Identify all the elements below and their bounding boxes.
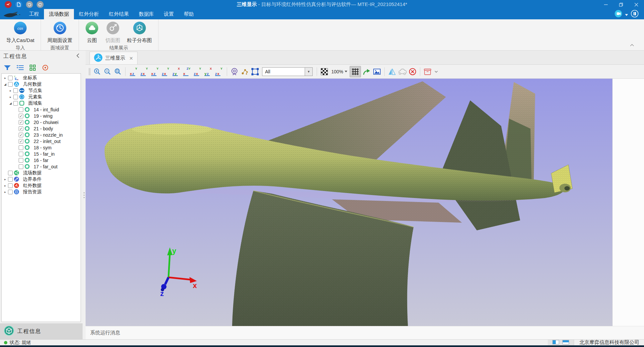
tree-checkbox[interactable]: ✓ (19, 120, 23, 125)
menu-item-2[interactable]: 红外分析 (74, 9, 104, 19)
menu-item-3[interactable]: 红外结果 (104, 9, 134, 19)
new-document-button[interactable] (15, 1, 22, 8)
tree-item-18-sym[interactable]: 18 - sym (2, 144, 81, 151)
particle-trace-button[interactable] (240, 67, 249, 77)
select-region-button[interactable] (250, 67, 260, 77)
tab-3d-view[interactable]: 三维显示 ✕ (90, 52, 138, 64)
restore-button[interactable] (613, 0, 629, 9)
tree-item-15-far_in[interactable]: 15 - far_in (2, 151, 81, 157)
tree-checkbox[interactable] (19, 164, 23, 169)
axis-view-button-3[interactable]: xzY (150, 67, 160, 77)
contour-cloud-button[interactable]: 云图 (83, 21, 101, 44)
menu-item-5[interactable]: 设置 (159, 9, 179, 19)
tree-expander-icon[interactable]: ▸ (3, 76, 7, 80)
layout-toggle-bottom-icon[interactable] (562, 340, 569, 345)
axis-view-button-9[interactable]: zxY (213, 67, 224, 77)
export-view-button[interactable] (362, 67, 371, 77)
tree-item-报告资源[interactable]: ▸报告资源 (2, 189, 81, 195)
toolbar-drag-handle[interactable] (88, 67, 92, 77)
tree-checkbox[interactable] (13, 101, 18, 106)
zoom-in-button[interactable] (93, 67, 102, 77)
tree-expander-icon[interactable]: ▸ (3, 178, 7, 181)
panel-splitter[interactable] (83, 51, 86, 339)
axis-view-button-4[interactable]: zxY (160, 67, 171, 77)
tree-checkbox[interactable] (19, 145, 23, 150)
axis-view-button-1[interactable]: xzY (128, 67, 139, 77)
tree-item-几何数据[interactable]: ◢几何数据 (2, 81, 81, 87)
tree-item-红外数据[interactable]: ▸红外数据 (2, 182, 81, 189)
axis-view-button-6[interactable]: xZY (181, 67, 192, 77)
zoom-window-button[interactable] (113, 67, 123, 77)
menu-item-0[interactable]: 工程 (24, 9, 44, 19)
tree-expander-icon[interactable]: ▸ (8, 95, 13, 99)
tree-checkbox[interactable] (8, 171, 13, 175)
target-icon[interactable] (41, 64, 49, 72)
tree-checkbox[interactable]: ✓ (19, 139, 23, 144)
tree-checkbox[interactable] (8, 183, 13, 188)
tree-item-19-wing[interactable]: ✓19 - wing (2, 113, 81, 119)
redo-button[interactable] (37, 1, 44, 8)
grid-toggle-button[interactable] (350, 66, 361, 77)
close-button[interactable] (629, 0, 644, 9)
periodic-face-button[interactable]: 周期面设置 (45, 21, 75, 44)
media-button[interactable] (614, 10, 622, 19)
app-icon[interactable] (5, 1, 12, 8)
tree-checkbox[interactable] (8, 82, 13, 87)
import-cas-dat-button[interactable]: cas 导入Cas/Dat (4, 21, 37, 44)
panel-collapse-icon[interactable] (76, 53, 79, 59)
axis-view-button-5[interactable]: zyX (171, 67, 181, 77)
tree-expander-icon[interactable]: ◢ (8, 102, 13, 105)
tree-expander-icon[interactable]: ▸ (3, 190, 7, 194)
tree-checkbox[interactable] (13, 95, 18, 99)
axis-view-button-2[interactable]: zxY (139, 67, 150, 77)
tree-item-20-chuiwei[interactable]: ✓20 - chuiwei (2, 119, 81, 125)
tree-item-21-body[interactable]: ✓21 - body (2, 125, 81, 132)
layout-toggle-left-icon[interactable] (552, 340, 559, 345)
tree-item-元素集[interactable]: ▸元素集 (2, 94, 81, 100)
help-book-button[interactable] (631, 10, 639, 19)
axis-view-button-7[interactable]: zxY (192, 67, 203, 77)
tree-checkbox[interactable] (8, 177, 13, 182)
combobox-dropdown-button[interactable]: ▼ (305, 67, 313, 76)
tree-checkbox[interactable] (19, 158, 23, 163)
tree-item-节点集[interactable]: ▸节点集 (2, 87, 81, 94)
project-panel-bottom-tab[interactable]: 工程信息 (0, 323, 83, 339)
tree-item-14-int_fluid[interactable]: 14 - int_fluid (2, 106, 81, 113)
probe-button[interactable] (230, 67, 239, 77)
tree-expander-icon[interactable]: ▸ (3, 184, 7, 187)
tree-item-边界条件[interactable]: ▸边界条件 (2, 176, 81, 182)
tree-checkbox[interactable] (8, 190, 13, 194)
transparency-icon[interactable] (320, 67, 329, 77)
tree-checkbox[interactable]: ✓ (19, 126, 23, 131)
axis-view-button-8[interactable]: yzX (203, 67, 213, 77)
minimize-button[interactable] (598, 0, 613, 9)
tree-checkbox[interactable] (13, 88, 18, 93)
tree-checkbox[interactable] (8, 76, 13, 80)
snapshot-button[interactable] (372, 67, 382, 77)
grid-view-icon[interactable] (29, 64, 37, 72)
tree-item-17-far_out[interactable]: 17 - far_out (2, 163, 81, 170)
mirror-button[interactable] (387, 67, 397, 77)
tree-checkbox[interactable] (19, 152, 23, 156)
menu-item-1[interactable]: 流场数据 (44, 9, 74, 19)
tree-expander-icon[interactable]: ◢ (3, 83, 7, 86)
particle-distribution-button[interactable]: 粒子分布图 (125, 21, 154, 44)
list-view-icon[interactable] (16, 64, 24, 72)
tree-item-面域集[interactable]: ◢面域集 (2, 100, 81, 106)
undo-button[interactable] (26, 1, 33, 8)
filter-icon[interactable] (3, 64, 11, 72)
3d-viewport[interactable]: y x z (86, 79, 612, 326)
save-view-button[interactable] (423, 67, 432, 77)
tree-item-流场数据[interactable]: 流场数据 (2, 170, 81, 176)
cancel-button[interactable] (408, 67, 417, 77)
zoom-level-dropdown[interactable]: 100% (330, 69, 349, 74)
menu-item-6[interactable]: 帮助 (179, 9, 199, 19)
display-filter-combobox[interactable]: All ▼ (262, 67, 313, 76)
menu-item-4[interactable]: 数据库 (134, 9, 159, 19)
media-dropdown-icon[interactable] (625, 11, 628, 17)
tree-item-23-nozzle_in[interactable]: ✓23 - nozzle_in (2, 132, 81, 138)
smooth-cloud-button[interactable] (398, 67, 407, 77)
display-filter-value[interactable]: All (262, 67, 305, 76)
tree-expander-icon[interactable]: ▸ (8, 89, 13, 92)
tree-checkbox[interactable]: ✓ (19, 133, 23, 137)
